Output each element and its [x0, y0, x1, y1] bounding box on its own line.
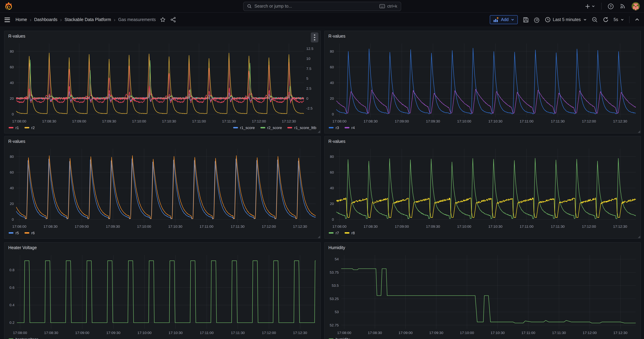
legend-item[interactable]: r2_score	[260, 126, 282, 130]
panel-title[interactable]: R-values	[8, 139, 25, 144]
legend-item[interactable]: r5	[8, 231, 19, 235]
time-series-chart[interactable]: 17:08:0017:08:3017:09:0017:09:3017:10:00…	[4, 252, 320, 336]
breadcrumb-dashboards[interactable]: Dashboards	[34, 17, 58, 22]
refresh-interval-label: 5s	[614, 17, 618, 22]
panel-title[interactable]: R-values	[328, 34, 346, 39]
panel-legend: r5r6	[4, 230, 320, 238]
svg-text:10: 10	[306, 56, 310, 60]
svg-text:17:12:30: 17:12:30	[293, 331, 307, 335]
panel-heater-voltage: Heater Voltage 17:08:0017:08:3017:09:001…	[4, 242, 321, 339]
legend-item[interactable]: r4	[344, 126, 355, 130]
legend-item[interactable]: heatervoltage	[8, 337, 38, 339]
svg-text:17:09:30: 17:09:30	[426, 119, 440, 123]
legend-swatch	[344, 127, 350, 128]
svg-text:12.5: 12.5	[306, 46, 314, 50]
legend-item[interactable]: r8	[344, 231, 355, 235]
svg-text:53.25: 53.25	[330, 297, 339, 301]
svg-text:17:08:30: 17:08:30	[364, 224, 378, 228]
time-series-chart[interactable]: 17:08:0017:08:3017:09:0017:09:3017:10:00…	[324, 252, 640, 336]
breadcrumb-home[interactable]: Home	[16, 17, 27, 22]
time-series-chart[interactable]: 17:08:0017:08:3017:09:0017:09:3017:10:00…	[324, 40, 640, 125]
legend-label: r2_score	[267, 126, 282, 130]
panel-legend: r3r4	[324, 125, 640, 133]
legend-item[interactable]: r1_score_lttb	[288, 126, 316, 130]
svg-text:40: 40	[10, 81, 14, 85]
legend-item[interactable]: r7	[329, 231, 339, 235]
svg-text:40: 40	[330, 186, 334, 190]
avatar-image	[632, 2, 640, 10]
panel-title[interactable]: Humidity	[328, 245, 345, 250]
breadcrumb-separator: ›	[60, 17, 62, 22]
share-button[interactable]	[170, 17, 176, 22]
favorite-star-button[interactable]	[160, 17, 166, 22]
svg-text:17:10:00: 17:10:00	[460, 331, 474, 335]
add-panel-button[interactable]: Add	[490, 15, 518, 24]
svg-text:0: 0	[332, 112, 334, 116]
breadcrumb-separator: ›	[114, 17, 116, 22]
dashboard-settings-button[interactable]	[534, 17, 540, 22]
legend-item[interactable]: r3	[329, 126, 339, 130]
zoom-out-button[interactable]	[592, 17, 598, 22]
chevron-down-icon	[620, 18, 624, 22]
dashboard-grid: R-values 17:08:0017:08:3017:09:0017:09:3…	[0, 27, 644, 339]
svg-text:17:11:00: 17:11:00	[520, 119, 534, 123]
legend-swatch	[233, 127, 238, 128]
panel-title[interactable]: R-values	[328, 139, 346, 144]
panel-title[interactable]: R-values	[8, 34, 25, 39]
legend-label: heatervoltage	[16, 337, 38, 339]
svg-text:60: 60	[330, 65, 334, 69]
time-series-chart[interactable]: 17:08:0017:08:3017:09:0017:09:3017:10:00…	[4, 40, 320, 125]
legend-swatch	[344, 232, 350, 234]
legend-item[interactable]: r2	[24, 126, 35, 130]
time-range-picker[interactable]: Last 5 minutes	[545, 17, 587, 22]
help-button[interactable]: ?	[608, 3, 614, 9]
svg-text:17:08:00: 17:08:00	[332, 119, 346, 123]
svg-text:17:08:00: 17:08:00	[12, 119, 26, 123]
chevron-down-icon	[592, 4, 595, 8]
breadcrumb: Home › Dashboards › Stackable Data Platf…	[16, 17, 156, 22]
svg-text:17:09:30: 17:09:30	[429, 331, 444, 335]
panel-title[interactable]: Heater Voltage	[8, 245, 37, 250]
svg-text:?: ?	[610, 4, 612, 8]
svg-text:17:09:00: 17:09:00	[395, 224, 409, 228]
collapse-toolbar-button[interactable]	[635, 17, 640, 22]
legend-item[interactable]: r1	[8, 126, 19, 130]
refresh-button[interactable]	[603, 17, 608, 22]
legend-item[interactable]: humidity	[329, 337, 350, 339]
svg-text:0: 0	[332, 217, 334, 221]
svg-text:17:12:30: 17:12:30	[613, 119, 627, 123]
news-button[interactable]	[620, 4, 625, 9]
svg-text:17:09:30: 17:09:30	[106, 331, 120, 335]
svg-text:17:12:00: 17:12:00	[582, 331, 597, 335]
svg-text:17:08:30: 17:08:30	[44, 331, 58, 335]
legend-swatch	[8, 232, 14, 234]
svg-text:17:11:00: 17:11:00	[520, 224, 534, 228]
legend-item[interactable]: r6	[24, 231, 35, 235]
svg-text:17:10:30: 17:10:30	[168, 331, 183, 335]
svg-text:17:12:30: 17:12:30	[613, 224, 627, 228]
breadcrumb-folder[interactable]: Stackable Data Platform	[64, 17, 111, 22]
user-avatar[interactable]	[632, 2, 640, 10]
svg-text:17:08:00: 17:08:00	[332, 224, 346, 228]
panel-menu-button[interactable]	[311, 32, 318, 42]
time-series-chart[interactable]: 17:08:0017:08:3017:09:0017:09:3017:10:00…	[324, 145, 640, 230]
panel-r-values-3: R-values 17:08:0017:08:3017:09:0017:09:3…	[4, 136, 321, 239]
svg-text:17:08:30: 17:08:30	[42, 119, 56, 123]
panel-legend: humidity	[324, 336, 640, 339]
legend-swatch	[260, 127, 265, 128]
mega-menu-button[interactable]	[4, 18, 10, 22]
svg-text:17:12:30: 17:12:30	[282, 119, 296, 123]
svg-text:17:08:00: 17:08:00	[13, 331, 27, 335]
panel-legend: r7r8	[324, 230, 640, 238]
panel-humidity: Humidity 17:08:0017:08:3017:09:0017:09:3…	[324, 242, 641, 339]
panel-r-values-4: R-values 17:08:0017:08:3017:09:0017:09:3…	[324, 136, 641, 239]
save-dashboard-button[interactable]	[523, 17, 528, 22]
search-input[interactable]: Search or jump to... ctrl+k	[243, 2, 401, 11]
chevron-down-icon	[583, 18, 587, 22]
new-menu-button[interactable]	[585, 4, 595, 9]
grafana-logo[interactable]	[4, 2, 13, 11]
svg-text:53.75: 53.75	[330, 270, 339, 274]
refresh-interval-picker[interactable]: 5s	[614, 17, 624, 22]
time-series-chart[interactable]: 17:08:0017:08:3017:09:0017:09:3017:10:00…	[4, 145, 320, 230]
legend-item[interactable]: r1_score	[233, 126, 255, 130]
